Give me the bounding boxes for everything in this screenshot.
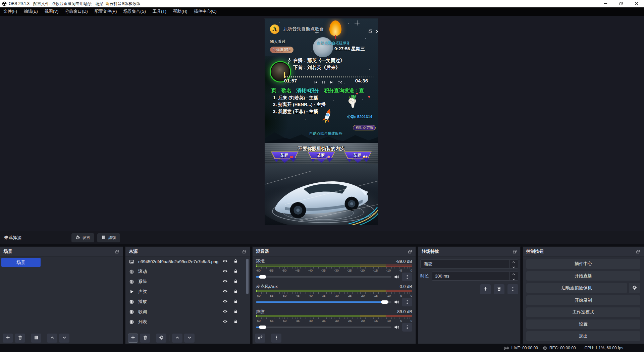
up-next-text: 下首：刘若英《后来》 — [293, 64, 345, 71]
scene-filters-button[interactable] — [31, 334, 41, 343]
advanced-audio-button[interactable] — [255, 334, 265, 343]
chevron-down-icon — [62, 335, 67, 341]
preview-video-source[interactable]: 九 九听音乐自助点歌台 95人看过 礼物墙 0/14 自助点歌台搭建服务 9:2… — [265, 18, 378, 225]
heart-icon: ♥ — [368, 95, 370, 99]
chevron-down-icon[interactable] — [512, 264, 515, 269]
source-move-up-button[interactable] — [172, 334, 182, 343]
status-bar: LIVE: 00:00:00 REC: 00:00:00 CPU: 1.1%, … — [0, 344, 644, 352]
start-virtual-camera-button[interactable]: 启动虚拟摄像机 — [526, 283, 627, 293]
volume-slider-handle[interactable] — [381, 300, 388, 304]
visibility-eye-icon[interactable] — [222, 279, 228, 285]
menu-item[interactable]: 场景集合(S) — [120, 7, 149, 16]
menu-item[interactable]: 帮助(H) — [170, 7, 191, 16]
source-row[interactable]: 播放 — [125, 297, 250, 307]
source-row[interactable]: 滚动 — [125, 267, 250, 277]
gear-icon — [159, 335, 164, 341]
sources-scrollbar[interactable] — [246, 259, 249, 294]
speaker-icon[interactable] — [394, 274, 399, 280]
channel-title: 九听音乐自助点歌台 — [283, 26, 324, 32]
volume-slider-handle[interactable] — [259, 326, 266, 329]
channel-menu-button[interactable] — [402, 298, 412, 306]
source-settings-label: 设置 — [82, 235, 90, 241]
close-button[interactable] — [629, 0, 644, 7]
rec-time: REC: 00:00:00 — [549, 346, 576, 350]
filter-icon — [34, 335, 39, 341]
transition-menu-button[interactable] — [507, 284, 518, 294]
lock-icon[interactable] — [233, 299, 238, 305]
source-type-icon — [129, 279, 135, 284]
start-streaming-button[interactable]: 开始直播 — [526, 271, 640, 281]
lock-icon[interactable] — [233, 289, 238, 295]
virtual-camera-settings-button[interactable] — [629, 283, 640, 293]
lock-icon[interactable] — [233, 319, 238, 325]
scene-move-up-button[interactable] — [47, 334, 57, 343]
preview-canvas[interactable]: 九 九听音乐自助点歌台 95人看过 礼物墙 0/14 自助点歌台搭建服务 9:2… — [0, 16, 644, 231]
source-filters-button[interactable]: 滤镜 — [97, 233, 120, 242]
minimize-button[interactable] — [598, 0, 613, 7]
spin-up-icon[interactable] — [512, 271, 515, 276]
scene-move-down-button[interactable] — [59, 334, 69, 343]
queue-item: 1. 后来 (刘若英) - 主播 — [273, 95, 326, 101]
source-row[interactable]: 系统 — [125, 277, 250, 287]
remove-scene-button[interactable] — [15, 334, 25, 343]
speaker-icon[interactable] — [394, 299, 399, 305]
volume-slider[interactable] — [256, 298, 391, 306]
volume-slider[interactable] — [256, 273, 391, 281]
studio-mode-button[interactable]: 工作室模式 — [526, 307, 640, 317]
transition-select[interactable]: 渐变 — [420, 259, 518, 269]
lock-icon[interactable] — [233, 309, 238, 315]
source-type-icon — [129, 269, 135, 274]
transition-selected-value: 渐变 — [421, 261, 432, 267]
restore-button[interactable] — [613, 0, 629, 7]
song-request-instructions: 页，歌名 消耗9积分 积分查询发送：查 — [271, 87, 368, 94]
remove-source-button[interactable] — [140, 334, 150, 343]
visibility-eye-icon[interactable] — [222, 269, 228, 275]
visibility-eye-icon[interactable] — [222, 299, 228, 305]
visibility-eye-icon[interactable] — [222, 309, 228, 315]
menu-item[interactable]: 工具(T) — [149, 7, 170, 16]
spin-down-icon[interactable] — [512, 276, 515, 281]
menu-item[interactable]: 配置文件(P) — [91, 7, 120, 16]
scene-list-item[interactable]: 场景 — [1, 258, 41, 267]
start-recording-button[interactable]: 开始录制 — [526, 295, 640, 305]
lock-icon[interactable] — [233, 259, 238, 265]
menu-item[interactable]: 插件中心(C) — [191, 7, 220, 16]
menu-item[interactable]: 视图(V) — [41, 7, 62, 16]
visibility-eye-icon[interactable] — [222, 258, 228, 265]
menu-item[interactable]: 文件(F) — [0, 7, 20, 16]
lock-icon[interactable] — [233, 269, 238, 275]
visibility-eye-icon[interactable] — [222, 319, 228, 325]
speaker-icon[interactable] — [394, 325, 399, 330]
settings-button[interactable]: 设置 — [526, 319, 640, 329]
source-properties-button[interactable] — [156, 334, 166, 343]
remove-transition-button[interactable] — [494, 284, 504, 294]
add-transition-button[interactable] — [480, 284, 491, 294]
popout-icon[interactable] — [115, 249, 119, 254]
source-type-icon — [129, 309, 135, 314]
visibility-eye-icon[interactable] — [222, 289, 228, 295]
popout-icon[interactable] — [242, 249, 247, 254]
source-row[interactable]: e394502df49aa5fc2a99cd2e7c7c6a3.png — [125, 256, 250, 267]
volume-slider[interactable] — [256, 323, 391, 332]
source-settings-button[interactable]: 设置 — [71, 233, 94, 242]
channel-menu-button[interactable] — [402, 273, 412, 281]
add-scene-button[interactable] — [3, 334, 13, 343]
duration-spinbox[interactable]: 300 ms — [432, 272, 518, 281]
popout-icon[interactable] — [513, 249, 517, 254]
mixer-menu-button[interactable] — [271, 334, 281, 343]
volume-slider-handle[interactable] — [259, 275, 266, 279]
popout-icon[interactable] — [636, 249, 640, 254]
source-move-down-button[interactable] — [184, 334, 195, 343]
menu-item[interactable]: 编辑(E) — [20, 7, 41, 16]
chevron-up-icon[interactable] — [512, 259, 515, 264]
exit-button[interactable]: 退出 — [526, 331, 640, 341]
channel-menu-button[interactable] — [402, 323, 412, 332]
source-row[interactable]: 列表 — [125, 317, 250, 327]
source-row[interactable]: 歌词 — [125, 307, 250, 317]
add-source-button[interactable] — [128, 334, 138, 343]
source-row[interactable]: 声纹 — [125, 287, 250, 297]
lock-icon[interactable] — [233, 279, 238, 285]
menu-item[interactable]: 停靠窗口(D) — [62, 7, 91, 16]
plugin-center-button[interactable]: 插件中心 — [526, 259, 640, 269]
popout-icon[interactable] — [408, 249, 412, 254]
